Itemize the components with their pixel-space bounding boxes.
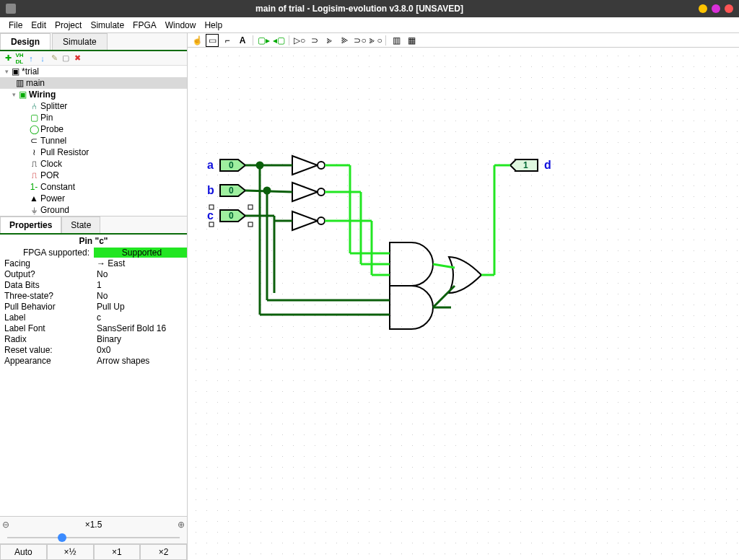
tree-item-constant[interactable]: 1-Constant (0, 181, 187, 193)
svg-text:1: 1 (523, 160, 528, 170)
or-gate-icon[interactable]: ⪢ (323, 34, 336, 47)
tree-item-pullresistor[interactable]: ≀Pull Resistor (0, 146, 187, 158)
svg-point-9 (318, 188, 325, 196)
svg-text:0: 0 (229, 160, 234, 170)
menu-fpga[interactable]: FPGA (133, 20, 157, 30)
prop-val[interactable]: c (94, 312, 187, 323)
project-toolbar: ✚ VHDL ↑ ↓ ✎ ▢ ✖ (0, 51, 187, 66)
prop-key: Output? (0, 269, 94, 279)
menu-simulate[interactable]: Simulate (90, 20, 124, 30)
prop-val[interactable]: Arrow shapes (94, 356, 187, 366)
prop-val[interactable]: 1 (94, 280, 187, 290)
tree-item-por[interactable]: ⎍POR (0, 170, 187, 181)
layout-icon[interactable]: ▢ (61, 53, 71, 64)
svg-point-10 (318, 217, 325, 224)
sidebar: Design Simulate ✚ VHDL ↑ ↓ ✎ ▢ ✖ ▾▣*tria… (0, 33, 188, 560)
prop-val[interactable]: 0x0 (94, 345, 187, 355)
pin-a: 0 (220, 159, 245, 171)
zoom-1x-button[interactable]: ×1 (94, 544, 141, 560)
zoom-level: ×1.5 (12, 520, 175, 530)
menu-file[interactable]: File (9, 20, 22, 30)
window-title: main of trial - Logisim-evolution v3.8.0… (20, 4, 699, 14)
nor-gate-icon[interactable]: ⪢○ (369, 34, 382, 47)
circuit-svg: 0 0 0 (188, 48, 736, 408)
nand-gate-icon[interactable]: ⊃○ (354, 34, 367, 47)
zoom-out-icon[interactable]: ⊖ (0, 520, 12, 530)
tab-state[interactable]: State (61, 216, 100, 233)
prop-key: FPGA supported: (0, 248, 94, 258)
svg-rect-5 (209, 222, 214, 227)
edit-icon[interactable]: ✎ (49, 53, 59, 64)
tree-item-clock[interactable]: ⎍Clock (0, 158, 187, 170)
circuit-canvas[interactable]: a b c d 0 0 0 (188, 48, 739, 560)
prop-key: Label (0, 312, 94, 323)
svg-rect-4 (248, 205, 253, 209)
prop-val[interactable]: → East (94, 258, 187, 268)
tree-lib-wiring[interactable]: ▾▣Wiring (0, 89, 187, 100)
tree-item-power[interactable]: ▲Power (0, 193, 187, 204)
wiring-tool-icon[interactable]: ⌐ (221, 34, 234, 47)
tree-circuit-main[interactable]: ▥main (0, 77, 187, 89)
tree-item-tunnel[interactable]: ⊂Tunnel (0, 135, 187, 146)
tab-properties[interactable]: Properties (0, 216, 61, 233)
tree-item-splitter[interactable]: ⑃Splitter (0, 100, 187, 112)
app-icon (6, 4, 16, 14)
zoom-half-button[interactable]: ×½ (47, 544, 94, 560)
poke-tool-icon[interactable]: ☝ (191, 34, 204, 47)
properties-title: Pin "c" (0, 235, 187, 248)
prop-key: Facing (0, 258, 94, 268)
prop-val[interactable]: Pull Up (94, 302, 187, 312)
menu-edit[interactable]: Edit (31, 20, 46, 30)
up-icon[interactable]: ↑ (26, 53, 36, 64)
xor-gate-icon[interactable]: ⫸ (338, 34, 351, 47)
prop-val[interactable]: No (94, 269, 187, 279)
prop-val[interactable]: No (94, 291, 187, 301)
text-tool-icon[interactable]: A (236, 34, 249, 47)
register-icon[interactable]: ▦ (405, 34, 418, 47)
close-button[interactable] (725, 4, 733, 13)
zoom-auto-button[interactable]: Auto (0, 544, 47, 560)
tab-design[interactable]: Design (0, 33, 51, 50)
svg-point-24 (264, 188, 270, 193)
add-vhdl-icon[interactable]: VHDL (14, 53, 25, 64)
prop-key: Label Font (0, 323, 94, 333)
down-icon[interactable]: ↓ (38, 53, 48, 64)
prop-key: Pull Behavior (0, 302, 94, 312)
menu-help[interactable]: Help (204, 20, 222, 30)
tree-item-probe[interactable]: ◯Probe (0, 123, 187, 135)
prop-key: Appearance (0, 356, 94, 366)
add-circuit-icon[interactable]: ✚ (3, 53, 13, 64)
tree-item-ground[interactable]: ⏚Ground (0, 204, 187, 216)
tab-simulate[interactable]: Simulate (52, 33, 108, 50)
tree-item-pin[interactable]: ▢Pin (0, 112, 187, 123)
project-tree[interactable]: ▾▣*trial ▥main ▾▣Wiring ⑃Splitter ▢Pin ◯… (0, 66, 187, 216)
pin-input-icon[interactable]: ▢▸ (257, 34, 270, 47)
prop-val[interactable]: Binary (94, 334, 187, 344)
svg-point-23 (257, 162, 263, 168)
maximize-button[interactable] (712, 4, 720, 13)
delete-icon[interactable]: ✖ (72, 53, 82, 64)
svg-text:0: 0 (229, 211, 234, 221)
menu-window[interactable]: Window (165, 20, 196, 30)
prop-val[interactable]: SansSerif Bold 16 (94, 323, 187, 333)
prop-key: Data Bits (0, 280, 94, 290)
prop-key: Reset value: (0, 345, 94, 355)
dff-icon[interactable]: ▥ (390, 34, 403, 47)
not-gate-icon[interactable]: ▷○ (293, 34, 306, 47)
svg-rect-6 (248, 222, 253, 227)
minimize-button[interactable] (699, 4, 707, 13)
tree-project[interactable]: ▾▣*trial (0, 66, 187, 77)
svg-line-39 (433, 286, 455, 307)
pin-d: 1 (510, 159, 538, 171)
svg-point-8 (318, 162, 325, 169)
menu-project[interactable]: Project (55, 20, 82, 30)
zoom-in-icon[interactable]: ⊕ (175, 520, 187, 530)
zoom-slider[interactable] (0, 532, 187, 543)
pin-output-icon[interactable]: ◂▢ (272, 34, 285, 47)
prop-key: Radix (0, 334, 94, 344)
select-tool-icon[interactable]: ▭ (206, 34, 219, 47)
prop-key: Three-state? (0, 291, 94, 301)
and-gate-icon[interactable]: ⊃ (308, 34, 321, 47)
prop-val-fpga[interactable]: Supported (94, 248, 187, 258)
zoom-2x-button[interactable]: ×2 (140, 544, 187, 560)
